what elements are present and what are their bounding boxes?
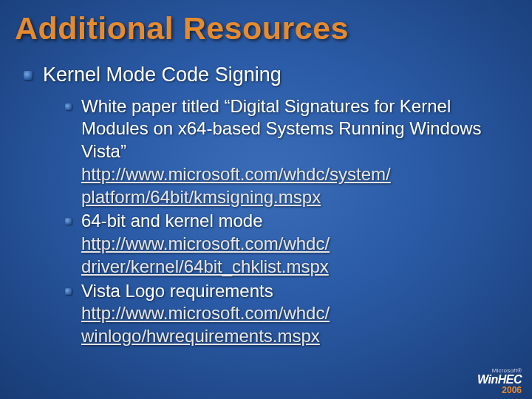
slide: Additional Resources Kernel Mode Code Si… <box>0 0 532 399</box>
resource-link[interactable]: http://www.microsoft.com/whdc/winlogo/hw… <box>81 303 330 346</box>
resource-link[interactable]: http://www.microsoft.com/whdc/driver/ker… <box>81 233 330 276</box>
bullet-level1: Kernel Mode Code Signing <box>43 63 517 88</box>
bullet-level2: White paper titled “Digital Signatures f… <box>81 95 517 209</box>
footer-year: 2006 <box>477 386 522 395</box>
footer-brand-main: WinHEC <box>477 374 522 386</box>
bullet-level2: Vista Logo requirements http://www.micro… <box>81 280 517 348</box>
bullet-level2-text: 64-bit and kernel mode <box>81 211 262 231</box>
bullet-level2: 64-bit and kernel mode http://www.micros… <box>81 210 517 278</box>
bullet-level1-text: Kernel Mode Code Signing <box>43 64 282 86</box>
slide-title: Additional Resources <box>15 10 517 47</box>
resource-link[interactable]: http://www.microsoft.com/whdc/system/pla… <box>81 164 391 207</box>
footer-logo: Microsoft® WinHEC 2006 <box>477 368 522 395</box>
bullet-level2-text: White paper titled “Digital Signatures f… <box>81 96 482 161</box>
slide-content: Kernel Mode Code Signing White paper tit… <box>15 63 517 348</box>
bullet-level2-text: Vista Logo requirements <box>81 281 273 301</box>
